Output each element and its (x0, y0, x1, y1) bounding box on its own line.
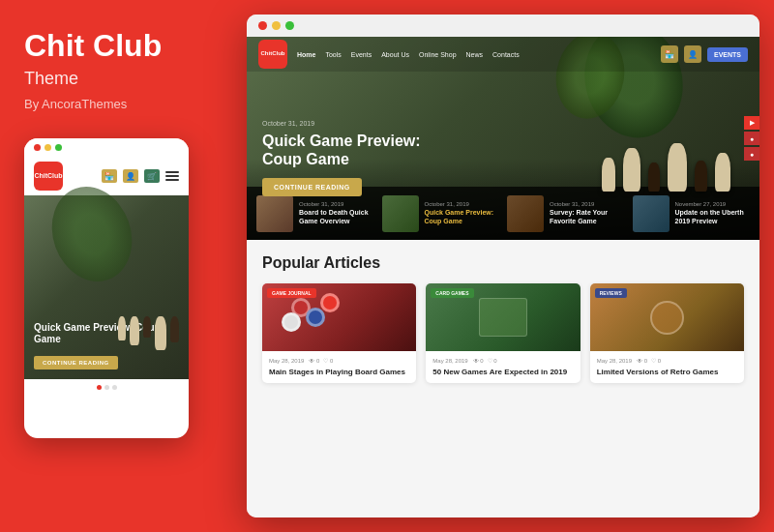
dot-1 (97, 385, 102, 390)
desktop-dot-yellow (272, 21, 281, 30)
events-button[interactable]: EVENTS (707, 47, 748, 62)
mobile-bottom-dots (24, 379, 189, 396)
side-nav-buttons: ▶ ● ● (744, 116, 759, 161)
recent-title-2: Quick Game Preview: Coup Game (425, 209, 500, 225)
side-nav-btn-2[interactable]: ● (744, 132, 759, 145)
desktop-nav-links: Home Tools Events About Us Online Shop N… (297, 51, 661, 58)
dot-3 (112, 385, 117, 390)
recent-title-4: Update on the Uberth 2019 Preview (675, 209, 751, 225)
recent-text-1: October 31, 2019 Board to Death Quick Ga… (299, 201, 374, 225)
dot-green (55, 144, 62, 151)
stat-views-1: 👁 0 (309, 357, 319, 364)
chips-deco (262, 283, 416, 351)
recent-item-3: October 31, 2019 Survey: Rate Your Favor… (507, 195, 625, 232)
nav-shop-icon[interactable]: 🏪 (661, 45, 678, 63)
article-stats-3: 👁 0 ♡ 0 (637, 357, 661, 364)
desktop-hero-date: October 31, 2019 (262, 120, 421, 127)
article-title-2: 50 New Games Are Expected in 2019 (432, 368, 573, 377)
mobile-hamburger-icon[interactable] (165, 171, 179, 181)
article-meta-3: May 28, 2019 👁 0 ♡ 0 (597, 357, 737, 364)
desktop-top-bar (247, 15, 759, 37)
nav-tools[interactable]: Tools (325, 51, 341, 58)
recent-thumb-4 (633, 195, 670, 232)
recent-text-4: November 27, 2019 Update on the Uberth 2… (675, 201, 751, 225)
desktop-hero-content: October 31, 2019 Quick Game Preview: Cou… (262, 120, 421, 196)
article-thumb-1: GAME JOURNAL (262, 283, 416, 351)
recent-date-1: October 31, 2019 (299, 201, 374, 207)
article-info-1: May 28, 2019 👁 0 ♡ 0 Main Stages in Play… (262, 351, 416, 383)
dot-red (34, 144, 41, 151)
brand-by: By AncoraThemes (24, 97, 213, 111)
desktop-logo: Chit Club (258, 40, 287, 69)
recent-title-1: Board to Death Quick Game Overview (299, 209, 374, 225)
desktop-mockup: Chit Club Home Tools Events About Us Onl… (247, 15, 759, 517)
nav-shop[interactable]: Online Shop (419, 51, 457, 58)
recent-date-2: October 31, 2019 (425, 201, 500, 207)
recent-thumb-3 (507, 195, 544, 232)
dot-yellow (45, 144, 51, 151)
article-info-3: May 28, 2019 👁 0 ♡ 0 Limited Versions of… (590, 351, 744, 383)
article-stats-1: 👁 0 ♡ 0 (309, 357, 333, 364)
mobile-shop-icon: 🏪 (102, 169, 117, 183)
stat-views-3: 👁 0 (637, 357, 647, 364)
recent-text-2: October 31, 2019 Quick Game Preview: Cou… (425, 201, 500, 225)
side-nav-btn-3[interactable]: ● (744, 147, 759, 161)
mobile-mockup: Chit Club 🏪 👤 🛒 (24, 138, 189, 438)
mobile-logo: Chit Club (34, 162, 63, 191)
article-title-1: Main Stages in Playing Board Games (269, 368, 409, 377)
article-date-2: May 28, 2019 (432, 358, 467, 364)
article-card-2: CARD GAMES May 28, 2019 👁 0 ♡ 0 50 New G… (426, 283, 580, 383)
article-meta-2: May 28, 2019 👁 0 ♡ 0 (432, 357, 573, 364)
popular-heading: Popular Articles (262, 254, 744, 272)
stat-likes-3: ♡ 0 (651, 357, 661, 364)
nav-contacts[interactable]: Contacts (492, 51, 520, 58)
mobile-cart-icon: 🛒 (144, 169, 160, 183)
stat-likes-2: ♡ 0 (488, 357, 497, 364)
mobile-cta-button[interactable]: CONTINUE READING (34, 356, 118, 369)
articles-grid: GAME JOURNAL May 28, 2019 👁 0 ♡ 0 (262, 283, 744, 383)
recent-title-3: Survey: Rate Your Favorite Game (550, 209, 625, 225)
recent-thumb-1 (256, 195, 293, 232)
brand-subtitle: Theme (24, 69, 213, 89)
mobile-header: Chit Club 🏪 👤 🛒 (24, 157, 189, 195)
desktop-nav: Chit Club Home Tools Events About Us Onl… (247, 37, 759, 72)
mobile-hero: Quick Game Preview: Coup Game CONTINUE R… (24, 195, 189, 379)
desktop-dot-red (258, 21, 267, 30)
desktop-nav-right: 🏪 👤 EVENTS (661, 45, 748, 63)
desktop-content: Popular Articles GAME JOURNAL May 28, 20… (247, 240, 759, 517)
nav-events[interactable]: Events (351, 51, 372, 58)
article-date-3: May 28, 2019 (597, 358, 632, 364)
article-date-1: May 28, 2019 (269, 358, 304, 364)
article-title-3: Limited Versions of Retro Games (597, 368, 737, 377)
nav-news[interactable]: News (466, 51, 484, 58)
recent-item-2: October 31, 2019 Quick Game Preview: Cou… (382, 195, 500, 232)
stat-views-2: 👁 0 (473, 357, 484, 364)
article-card-3: REVIEWS May 28, 2019 👁 0 ♡ 0 Limited Ver… (590, 283, 744, 383)
side-nav-btn-1[interactable]: ▶ (744, 116, 759, 130)
recent-date-3: October 31, 2019 (550, 201, 625, 207)
recent-text-3: October 31, 2019 Survey: Rate Your Favor… (550, 201, 625, 225)
brand-title: Chit Club (24, 29, 213, 63)
left-panel: Chit Club Theme By AncoraThemes Chit Clu… (0, 0, 237, 532)
desktop-dot-green (285, 21, 294, 30)
article-thumb-2: CARD GAMES (426, 283, 580, 351)
recent-thumb-2 (382, 195, 419, 232)
recent-item-1: October 31, 2019 Board to Death Quick Ga… (256, 195, 374, 232)
article-card-1: GAME JOURNAL May 28, 2019 👁 0 ♡ 0 (262, 283, 416, 383)
nav-home[interactable]: Home (297, 51, 315, 58)
nav-about[interactable]: About Us (381, 51, 409, 58)
desktop-hero: Chit Club Home Tools Events About Us Onl… (247, 37, 759, 240)
recent-date-4: November 27, 2019 (675, 201, 751, 207)
mobile-user-icon: 👤 (123, 169, 138, 183)
mobile-top-bar (24, 138, 189, 157)
mobile-nav-icons: 🏪 👤 🛒 (102, 169, 179, 183)
desktop-hero-title: Quick Game Preview: Coup Game (262, 132, 421, 168)
article-stats-2: 👁 0 ♡ 0 (473, 357, 497, 364)
article-meta-1: May 28, 2019 👁 0 ♡ 0 (269, 357, 409, 364)
stat-likes-1: ♡ 0 (323, 357, 333, 364)
nav-user-icon[interactable]: 👤 (684, 45, 701, 63)
recent-item-4: November 27, 2019 Update on the Uberth 2… (633, 195, 751, 232)
article-thumb-3: REVIEWS (590, 283, 744, 351)
desktop-cta-button[interactable]: CONTINUE READING (262, 178, 362, 196)
article-info-2: May 28, 2019 👁 0 ♡ 0 50 New Games Are Ex… (426, 351, 580, 383)
